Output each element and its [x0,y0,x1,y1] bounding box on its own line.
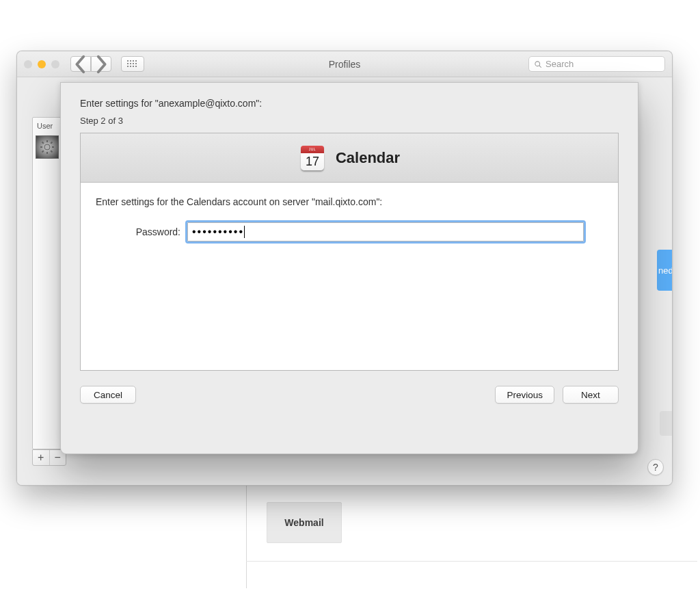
svg-line-8 [51,150,52,152]
calendar-panel: JUL 17 Calendar Enter settings for the C… [80,133,619,371]
chevron-right-icon [92,55,111,74]
help-button[interactable] [649,445,664,460]
panel-title: Calendar [336,149,400,167]
obscured-button [660,411,673,436]
svg-point-2 [44,144,50,150]
search-icon [534,60,542,68]
back-button[interactable] [70,56,91,72]
webmail-button[interactable]: Webmail [267,502,342,543]
password-value-masked: •••••••••• [192,226,244,238]
settings-sheet: Enter settings for "anexample@qixto.com"… [60,82,638,454]
close-window-icon[interactable] [24,60,32,68]
obscured-selected-badge: ned [657,250,673,291]
svg-line-10 [51,142,52,144]
password-label: Password: [96,226,187,237]
cancel-button[interactable]: Cancel [80,386,136,404]
sheet-button-row: Cancel Previous Next [80,386,619,404]
previous-button[interactable]: Previous [495,386,554,404]
window-traffic-lights[interactable] [24,60,59,68]
search-placeholder: Search [546,59,574,69]
panel-instruction: Enter settings for the Calendars account… [96,196,603,207]
titlebar: Profiles Search [17,51,672,77]
background-divider [246,561,697,562]
grid-icon [127,60,138,68]
panel-body: Enter settings for the Calendars account… [81,183,618,370]
minimize-window-icon[interactable] [38,60,46,68]
sheet-step: Step 2 of 3 [80,116,619,126]
svg-line-7 [42,142,44,144]
zoom-window-icon[interactable] [51,60,59,68]
add-profile-button[interactable]: + [33,450,50,465]
forward-button[interactable] [91,56,111,72]
password-input[interactable]: •••••••••• [187,222,584,241]
calendar-icon-day: 17 [301,153,324,170]
calendar-icon-month: JUL [301,146,324,153]
profile-gear-icon [36,135,59,159]
webmail-label: Webmail [284,517,323,528]
button-spacer [144,386,487,404]
text-caret [244,226,245,238]
calendar-icon: JUL 17 [299,144,326,172]
nav-back-forward [70,56,111,72]
svg-line-1 [539,65,541,67]
sheet-header: Enter settings for "anexample@qixto.com"… [80,98,619,109]
search-input[interactable]: Search [528,56,665,72]
panel-titlebar: JUL 17 Calendar [81,133,618,183]
next-button[interactable]: Next [563,386,619,404]
password-row: Password: •••••••••• [96,222,603,241]
show-all-prefs-button[interactable] [121,56,144,72]
svg-line-9 [42,150,44,152]
chevron-left-icon [71,55,90,74]
